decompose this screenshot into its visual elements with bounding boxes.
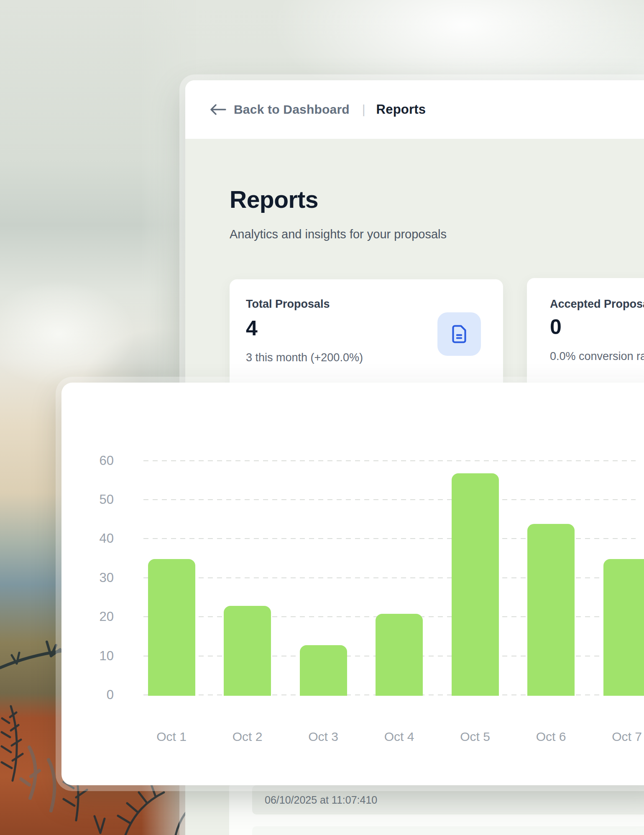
activity-list-item[interactable] <box>252 826 644 835</box>
back-to-dashboard-link[interactable]: Back to Dashboard <box>208 102 350 117</box>
y-axis-label: 10 <box>68 649 114 664</box>
nav-divider: | <box>362 102 365 117</box>
x-axis-label: Oct 4 <box>362 730 437 744</box>
x-axis-label: Oct 3 <box>286 730 361 744</box>
stat-icon-tile <box>437 312 481 356</box>
bar-oct-3[interactable] <box>300 645 347 696</box>
activity-timestamp: 06/10/2025 at 11:07:410 <box>265 794 377 806</box>
app-header: Back to Dashboard | Reports <box>185 80 644 139</box>
bar-oct-4[interactable] <box>376 614 423 696</box>
stat-value: 4 <box>246 316 258 340</box>
stat-value: 0 <box>550 315 562 339</box>
nav-current-page-title: Reports <box>376 102 426 117</box>
bar-oct-1[interactable] <box>148 559 195 696</box>
bar-chart: 0102030405060Oct 1Oct 2Oct 3Oct 4Oct 5Oc… <box>61 383 644 785</box>
document-icon <box>448 323 470 345</box>
y-axis-label: 60 <box>68 453 114 468</box>
bar-oct-2[interactable] <box>224 606 271 696</box>
gridline <box>143 460 636 461</box>
screenshot-stage: Back to Dashboard | Reports Reports Anal… <box>0 0 644 835</box>
y-axis-label: 40 <box>68 531 114 546</box>
activity-list-item[interactable]: 06/10/2025 at 11:07:410 <box>252 785 644 815</box>
gridline <box>143 499 636 500</box>
y-axis-label: 30 <box>68 570 114 585</box>
stat-subtext: 3 this month (+200.0%) <box>246 351 363 364</box>
back-link-label: Back to Dashboard <box>234 102 350 117</box>
activity-list-panel: 06/10/2025 at 11:07:410 <box>229 781 644 835</box>
page-title: Reports <box>230 186 318 213</box>
bar-oct-5[interactable] <box>452 473 499 696</box>
stat-label: Total Proposals <box>246 298 330 311</box>
x-axis-label: Oct 1 <box>134 730 209 744</box>
page-subtitle: Analytics and insights for your proposal… <box>230 227 447 241</box>
stat-label: Accepted Proposals <box>550 298 644 311</box>
y-axis-label: 50 <box>68 492 114 507</box>
proposals-bar-chart-card: 0102030405060Oct 1Oct 2Oct 3Oct 4Oct 5Oc… <box>61 383 644 785</box>
x-axis-label: Oct 5 <box>437 730 513 744</box>
y-axis-label: 0 <box>68 687 114 702</box>
stat-subtext: 0.0% conversion rate <box>550 350 644 363</box>
x-axis-label: Oct 7 <box>589 730 644 744</box>
arrow-left-icon <box>208 103 227 116</box>
bar-oct-7[interactable] <box>603 559 644 696</box>
x-axis-label: Oct 2 <box>210 730 285 744</box>
y-axis-label: 20 <box>68 609 114 624</box>
bar-oct-6[interactable] <box>527 524 575 696</box>
x-axis-label: Oct 6 <box>514 730 589 744</box>
